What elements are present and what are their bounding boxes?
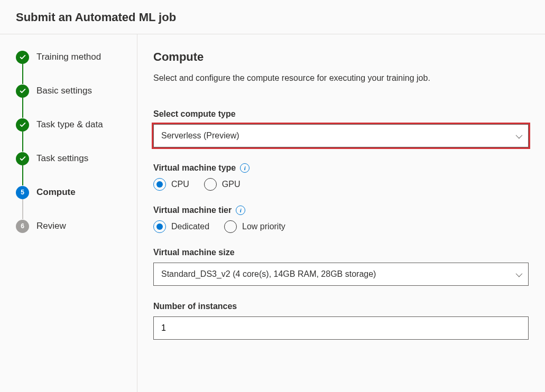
step-task-settings[interactable]: Task settings [16, 152, 126, 165]
chevron-down-icon [516, 270, 523, 277]
chevron-down-icon [516, 132, 523, 138]
radio-icon-selected [153, 178, 166, 191]
radio-cpu[interactable]: CPU [153, 178, 189, 191]
step-label: Basic settings [36, 86, 92, 96]
info-icon[interactable]: i [236, 206, 245, 215]
vm-type-label: Virtual machine type [153, 163, 236, 173]
section-description: Select and configure the compute resourc… [153, 73, 529, 83]
wizard-steps-sidebar: Training method Basic settings Task type… [0, 34, 137, 392]
vm-size-label: Virtual machine size [153, 248, 529, 257]
check-circle-icon [16, 85, 29, 98]
vm-tier-label: Virtual machine tier [153, 206, 232, 215]
radio-label: GPU [222, 180, 241, 189]
check-circle-icon [16, 118, 29, 132]
compute-type-value: Serverless (Preview) [161, 131, 239, 141]
section-title: Compute [153, 50, 529, 64]
check-circle-icon [16, 51, 29, 64]
vm-size-dropdown[interactable]: Standard_DS3_v2 (4 core(s), 14GB RAM, 28… [153, 263, 529, 286]
radio-gpu[interactable]: GPU [204, 178, 241, 191]
check-circle-icon [16, 152, 29, 165]
radio-label: CPU [171, 180, 189, 189]
instances-label: Number of instances [153, 302, 529, 311]
step-review[interactable]: 6 Review [16, 219, 126, 233]
radio-label: Low priority [242, 222, 285, 231]
radio-low-priority[interactable]: Low priority [224, 220, 285, 233]
step-basic-settings[interactable]: Basic settings [16, 84, 126, 98]
step-label: Review [36, 221, 66, 231]
vm-type-radio-group: CPU GPU [153, 178, 529, 191]
info-icon[interactable]: i [240, 163, 250, 173]
step-compute[interactable]: 5 Compute [16, 185, 126, 199]
radio-icon-selected [153, 220, 166, 233]
vm-tier-radio-group: Dedicated Low priority [153, 220, 529, 233]
pending-step-icon: 6 [16, 220, 29, 233]
step-training-method[interactable]: Training method [16, 50, 126, 64]
step-label: Training method [36, 52, 101, 62]
radio-dedicated[interactable]: Dedicated [153, 220, 209, 233]
compute-type-label: Select compute type [153, 109, 529, 119]
radio-icon [224, 220, 237, 233]
instances-input[interactable] [153, 316, 529, 340]
page-title: Submit an Automated ML job [16, 11, 529, 24]
vm-size-value: Standard_DS3_v2 (4 core(s), 14GB RAM, 28… [161, 269, 376, 279]
compute-type-dropdown[interactable]: Serverless (Preview) [153, 124, 529, 147]
step-label: Task type & data [36, 119, 103, 130]
radio-label: Dedicated [171, 222, 209, 231]
step-label: Task settings [36, 153, 88, 164]
main-content: Compute Select and configure the compute… [137, 34, 545, 392]
current-step-icon: 5 [16, 186, 29, 199]
step-task-type-data[interactable]: Task type & data [16, 118, 126, 132]
step-label: Compute [36, 187, 76, 198]
radio-icon [204, 178, 217, 191]
